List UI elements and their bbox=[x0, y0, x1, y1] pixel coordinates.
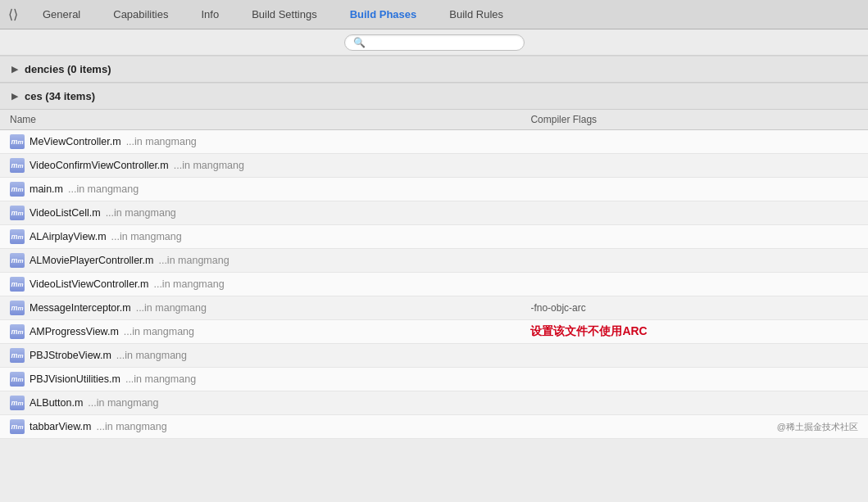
file-location-label: ...in mangmang bbox=[106, 207, 176, 219]
sources-header[interactable]: ▶ ces (34 items) bbox=[0, 83, 868, 110]
col-header-name: Name bbox=[0, 110, 520, 130]
table-header-row: Name Compiler Flags bbox=[0, 110, 868, 130]
search-input-wrap[interactable]: 🔍 bbox=[344, 34, 525, 51]
dependencies-toggle[interactable]: ▶ bbox=[11, 64, 18, 75]
file-icon: m bbox=[10, 206, 25, 220]
search-input[interactable] bbox=[370, 37, 516, 48]
file-name-cell: mVideoListViewController.m...in mangmang bbox=[10, 277, 511, 292]
search-icon: 🔍 bbox=[353, 37, 366, 48]
content: ▶ dencies (0 items) ▶ ces (34 items) Nam… bbox=[0, 56, 868, 439]
file-icon: m bbox=[10, 182, 25, 197]
file-flags-cell bbox=[520, 130, 868, 154]
table-row[interactable]: mVideoConfirmViewController.m...in mangm… bbox=[0, 154, 868, 178]
file-icon: m bbox=[10, 372, 25, 387]
dependencies-title: dencies (0 items) bbox=[25, 63, 111, 75]
file-icon: m bbox=[10, 134, 25, 149]
file-name-cell: mMessageInterceptor.m...in mangmang bbox=[10, 301, 511, 315]
file-name-label: VideoListViewController.m bbox=[30, 278, 148, 290]
file-name-label: ALMoviePlayerController.m bbox=[30, 255, 153, 266]
file-name-cell: mtabbarView.m...in mangmang bbox=[10, 419, 511, 434]
file-location-label: ...in mangmang bbox=[68, 183, 139, 195]
file-flags-cell bbox=[520, 368, 868, 391]
table-row[interactable]: mVideoListCell.m...in mangmang bbox=[0, 201, 868, 225]
file-name-label: ALAirplayView.m bbox=[30, 231, 107, 242]
file-icon: m bbox=[10, 229, 25, 244]
file-name-cell: mALMoviePlayerController.m...in mangmang bbox=[10, 253, 511, 268]
file-location-label: ...in mangmang bbox=[153, 278, 224, 290]
file-flags-cell bbox=[520, 225, 868, 249]
file-name-label: MessageInterceptor.m bbox=[30, 302, 131, 314]
table-row[interactable]: mmain.m...in mangmang bbox=[0, 178, 868, 201]
dependencies-section: ▶ dencies (0 items) bbox=[0, 56, 868, 83]
file-name-cell: mVideoListCell.m...in mangmang bbox=[10, 206, 511, 220]
file-icon: m bbox=[10, 158, 25, 173]
file-location-label: ...in mangmang bbox=[158, 255, 229, 266]
file-name-cell: mMeViewController.m...in mangmang bbox=[10, 134, 511, 149]
table-row[interactable]: mALButton.m...in mangmang bbox=[0, 391, 868, 415]
table-row[interactable]: mPBJStrobeView.m...in mangmang bbox=[0, 344, 868, 368]
tab-general[interactable]: General bbox=[26, 2, 97, 27]
file-location-label: ...in mangmang bbox=[111, 231, 182, 242]
table-row[interactable]: mALAirplayView.m...in mangmang bbox=[0, 225, 868, 249]
file-name-label: VideoConfirmViewController.m bbox=[30, 160, 169, 171]
file-icon: m bbox=[10, 253, 25, 268]
file-icon: m bbox=[10, 419, 25, 434]
table-row[interactable]: mALMoviePlayerController.m...in mangmang bbox=[0, 249, 868, 273]
table-row[interactable]: mVideoListViewController.m...in mangmang bbox=[0, 273, 868, 296]
table-row[interactable]: mMeViewController.m...in mangmang bbox=[0, 130, 868, 154]
file-flags-cell: 设置该文件不使用ARC bbox=[520, 320, 868, 344]
file-flags-cell: -fno-objc-arc bbox=[520, 296, 868, 320]
file-icon: m bbox=[10, 301, 25, 315]
file-location-label: ...in mangmang bbox=[97, 421, 167, 432]
sources-section: ▶ ces (34 items) Name Compiler Flags mMe… bbox=[0, 83, 868, 439]
file-location-label: ...in mangmang bbox=[88, 397, 158, 409]
file-name-label: main.m bbox=[30, 183, 63, 195]
table-row[interactable]: mMessageInterceptor.m...in mangmang-fno-… bbox=[0, 296, 868, 320]
table-row[interactable]: mPBJVisionUtilities.m...in mangmang bbox=[0, 368, 868, 391]
file-name-label: VideoListCell.m bbox=[30, 207, 101, 219]
table-row[interactable]: mAMProgressView.m...in mangmang设置该文件不使用A… bbox=[0, 320, 868, 344]
file-flags-cell bbox=[520, 201, 868, 225]
file-location-label: ...in mangmang bbox=[116, 350, 187, 361]
file-name-cell: mALAirplayView.m...in mangmang bbox=[10, 229, 511, 244]
file-flags-cell bbox=[520, 178, 868, 201]
tab-build-rules[interactable]: Build Rules bbox=[433, 2, 520, 27]
table-row[interactable]: mtabbarView.m...in mangmang@稀土掘金技术社区 bbox=[0, 415, 868, 439]
file-name-cell: mPBJVisionUtilities.m...in mangmang bbox=[10, 372, 511, 387]
file-icon: m bbox=[10, 396, 25, 410]
file-name-label: PBJVisionUtilities.m bbox=[30, 373, 120, 385]
dependencies-header[interactable]: ▶ dencies (0 items) bbox=[0, 56, 868, 83]
tab-build-settings[interactable]: Build Settings bbox=[235, 2, 334, 27]
file-name-label: tabbarView.m bbox=[30, 421, 92, 432]
file-flags-cell bbox=[520, 154, 868, 178]
file-name-cell: mmain.m...in mangmang bbox=[10, 182, 511, 197]
file-flags-cell bbox=[520, 391, 868, 415]
sources-title: ces (34 items) bbox=[25, 90, 95, 102]
annotation-label: 设置该文件不使用ARC bbox=[530, 324, 647, 337]
file-name-label: ALButton.m bbox=[30, 397, 83, 409]
file-flags-cell bbox=[520, 344, 868, 368]
file-location-label: ...in mangmang bbox=[124, 326, 194, 337]
file-location-label: ...in mangmang bbox=[126, 136, 197, 147]
file-name-label: MeViewController.m bbox=[30, 136, 121, 147]
file-name-cell: mALButton.m...in mangmang bbox=[10, 396, 511, 410]
tab-build-phases[interactable]: Build Phases bbox=[334, 2, 434, 27]
file-name-cell: mVideoConfirmViewController.m...in mangm… bbox=[10, 158, 511, 173]
file-location-label: ...in mangmang bbox=[125, 373, 196, 385]
file-name-label: PBJStrobeView.m bbox=[30, 350, 111, 361]
file-name-cell: mPBJStrobeView.m...in mangmang bbox=[10, 348, 511, 363]
file-flags-cell bbox=[520, 273, 868, 296]
file-icon: m bbox=[10, 324, 25, 339]
tab-bar: ⟨⟩ General Capabilities Info Build Setti… bbox=[0, 0, 868, 29]
file-flags-cell bbox=[520, 249, 868, 273]
col-header-flags: Compiler Flags bbox=[520, 110, 868, 130]
nav-arrows[interactable]: ⟨⟩ bbox=[8, 7, 18, 22]
file-icon: m bbox=[10, 277, 25, 292]
file-icon: m bbox=[10, 348, 25, 363]
file-location-label: ...in mangmang bbox=[136, 302, 207, 314]
file-name-cell: mAMProgressView.m...in mangmang bbox=[10, 324, 511, 339]
tab-capabilities[interactable]: Capabilities bbox=[97, 2, 184, 27]
sources-toggle[interactable]: ▶ bbox=[11, 91, 18, 102]
file-flags-cell: @稀土掘金技术社区 bbox=[520, 415, 868, 439]
tab-info[interactable]: Info bbox=[184, 2, 235, 27]
